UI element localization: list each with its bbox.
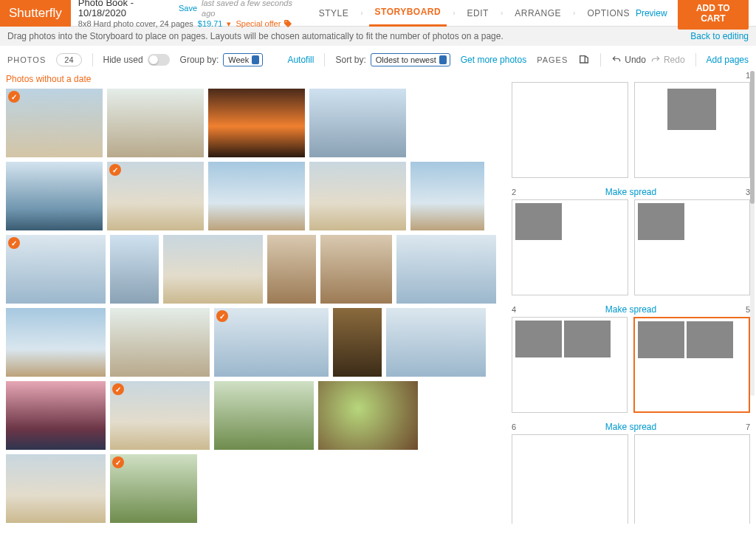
thumb-row bbox=[6, 235, 500, 304]
make-spread-link[interactable]: Make spread bbox=[516, 422, 746, 432]
divider bbox=[600, 53, 601, 66]
hide-used-toggle[interactable]: Hide used bbox=[103, 54, 170, 66]
photos-without-date-heading: Photos without a date bbox=[6, 74, 500, 84]
photo-thumb[interactable] bbox=[320, 235, 392, 304]
add-to-cart-button[interactable]: ADD TO CART bbox=[678, 0, 749, 30]
photo-thumb[interactable] bbox=[6, 89, 103, 157]
book-specs: 8x8 Hard photo cover, 24 pages bbox=[78, 18, 193, 29]
photo-thumb[interactable] bbox=[333, 308, 382, 377]
thumb-row bbox=[6, 162, 500, 230]
chevron-right-icon: › bbox=[501, 9, 503, 17]
photo-thumb[interactable] bbox=[309, 89, 406, 157]
photo-thumb[interactable] bbox=[208, 89, 305, 157]
divider bbox=[324, 53, 325, 66]
pages-label: PAGES bbox=[537, 55, 568, 64]
page-layout-icon[interactable] bbox=[578, 54, 590, 66]
undo-redo-group: Undo Redo bbox=[611, 55, 684, 65]
group-by-control: Group by: Week bbox=[180, 53, 264, 66]
tag-icon bbox=[284, 19, 292, 28]
photo-thumb[interactable] bbox=[110, 454, 197, 523]
special-offer-label: Special offer bbox=[236, 18, 281, 29]
photo-thumb[interactable] bbox=[6, 162, 103, 230]
photo-thumb[interactable] bbox=[309, 162, 406, 230]
tab-storyboard[interactable]: STORYBOARD bbox=[369, 0, 447, 27]
page-slot-3[interactable] bbox=[634, 199, 751, 295]
page-slot-1[interactable] bbox=[634, 82, 751, 178]
page-slot-4[interactable] bbox=[512, 317, 628, 413]
redo-button[interactable]: Redo bbox=[650, 55, 685, 65]
photo-thumb[interactable] bbox=[396, 235, 496, 304]
group-by-label: Group by: bbox=[180, 55, 219, 65]
undo-button[interactable]: Undo bbox=[611, 55, 646, 65]
get-more-photos-link[interactable]: Get more photos bbox=[461, 55, 526, 65]
scrollbar[interactable] bbox=[750, 71, 755, 396]
thumb-row bbox=[6, 308, 500, 377]
photo-thumb[interactable] bbox=[163, 235, 263, 304]
thumb-row bbox=[6, 89, 500, 157]
page-photo[interactable] bbox=[515, 321, 562, 357]
special-offer-link[interactable]: Special offer bbox=[236, 18, 292, 29]
photo-thumb[interactable] bbox=[410, 162, 484, 230]
back-to-editing-link[interactable]: Back to editing bbox=[690, 31, 749, 41]
save-link[interactable]: Save bbox=[179, 3, 197, 13]
photo-thumb[interactable] bbox=[214, 308, 329, 377]
photo-thumb[interactable] bbox=[107, 89, 204, 157]
group-by-select[interactable]: Week bbox=[223, 53, 263, 66]
photo-thumb[interactable] bbox=[6, 454, 106, 523]
photo-thumb[interactable] bbox=[6, 381, 106, 450]
photo-thumb[interactable] bbox=[208, 162, 305, 230]
chevron-right-icon: › bbox=[360, 9, 362, 17]
photo-thumb[interactable] bbox=[386, 308, 486, 377]
sort-by-select[interactable]: Oldest to newest bbox=[371, 53, 450, 66]
page-slot-7[interactable] bbox=[634, 434, 751, 524]
photo-thumb[interactable] bbox=[110, 381, 210, 450]
tab-style[interactable]: STYLE bbox=[313, 0, 355, 27]
chevron-right-icon: › bbox=[573, 9, 575, 17]
spread-row-2: 2 Make spread 3 bbox=[512, 187, 750, 295]
spread-row-1: 1 bbox=[512, 71, 750, 178]
photo-thumb[interactable] bbox=[110, 235, 159, 304]
photo-count: 24 bbox=[56, 53, 81, 66]
book-price: $19.71 bbox=[198, 18, 223, 29]
page-number: 7 bbox=[746, 422, 750, 431]
tab-edit[interactable]: EDIT bbox=[461, 0, 495, 27]
sub-header: Drag photos into the Storyboard to place… bbox=[0, 27, 756, 46]
page-photo[interactable] bbox=[667, 89, 716, 130]
photo-thumb[interactable] bbox=[6, 235, 106, 304]
spread-row-3: 4 Make spread 5 bbox=[512, 304, 750, 413]
page-photo[interactable] bbox=[687, 321, 733, 358]
page-photo[interactable] bbox=[515, 203, 562, 240]
page-photo[interactable] bbox=[638, 203, 684, 240]
preview-link[interactable]: Preview bbox=[636, 8, 667, 18]
chevron-down-icon[interactable]: ▾ bbox=[227, 18, 231, 29]
make-spread-link[interactable]: Make spread bbox=[516, 187, 746, 197]
tab-options[interactable]: OPTIONS bbox=[581, 0, 636, 27]
page-slot-cover[interactable] bbox=[512, 82, 628, 178]
photo-thumb[interactable] bbox=[214, 381, 314, 450]
tab-arrange[interactable]: ARRANGE bbox=[509, 0, 567, 27]
spread-row-4: 6 Make spread 7 bbox=[512, 422, 750, 524]
toggle-switch[interactable] bbox=[148, 54, 170, 66]
autofill-link[interactable]: Autofill bbox=[287, 55, 314, 65]
divider bbox=[695, 53, 696, 66]
photo-thumb[interactable] bbox=[110, 308, 210, 377]
redo-label: Redo bbox=[664, 55, 685, 65]
used-check-icon bbox=[112, 383, 124, 395]
make-spread-link[interactable]: Make spread bbox=[516, 304, 746, 315]
nav-tabs: STYLE › STORYBOARD › EDIT › ARRANGE › OP… bbox=[313, 0, 636, 27]
brand-logo[interactable]: Shutterfly bbox=[0, 0, 71, 27]
add-pages-link[interactable]: Add pages bbox=[707, 55, 749, 65]
page-slot-5[interactable] bbox=[633, 317, 751, 413]
thumb-row bbox=[6, 454, 500, 523]
undo-label: Undo bbox=[625, 55, 646, 65]
photo-thumb[interactable] bbox=[107, 162, 204, 230]
page-slot-2[interactable] bbox=[512, 199, 628, 295]
photo-thumb[interactable] bbox=[6, 308, 106, 377]
app-header: Shutterfly Photo Book - 10/18/2020 Save … bbox=[0, 0, 756, 27]
page-slot-6[interactable] bbox=[512, 434, 628, 524]
photo-thumb[interactable] bbox=[267, 235, 316, 304]
page-photo[interactable] bbox=[564, 321, 611, 357]
pages-panel: 1 2 Make spread 3 bbox=[506, 71, 756, 524]
photo-thumb[interactable] bbox=[318, 381, 418, 450]
page-photo[interactable] bbox=[638, 321, 684, 358]
